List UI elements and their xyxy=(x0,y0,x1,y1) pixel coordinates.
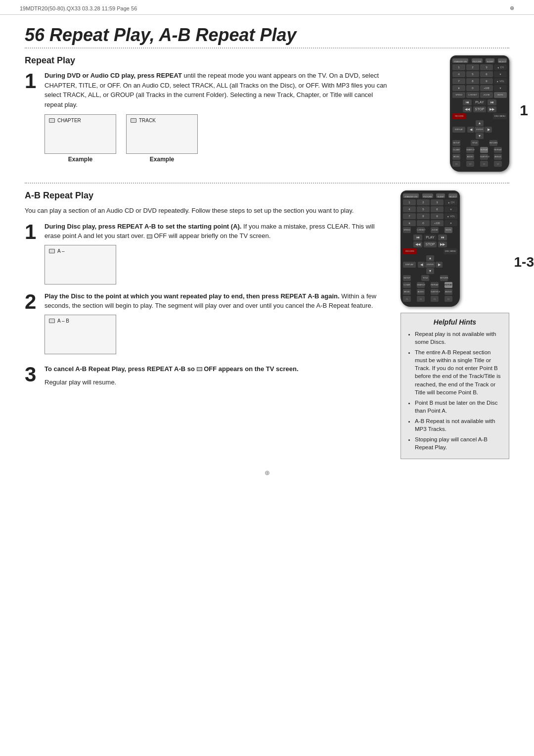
r2-btn-4[interactable]: 4 xyxy=(403,206,416,212)
btn-display[interactable]: DISPLAY xyxy=(452,127,465,133)
btn-setup[interactable]: SETUP xyxy=(452,140,460,146)
r2-btn-5[interactable]: 5 xyxy=(417,206,430,212)
btn-right[interactable]: ▶ xyxy=(485,127,492,133)
r2-btn-rev[interactable]: ◀◀ xyxy=(413,241,422,247)
r2-btn-speed[interactable]: SPEED xyxy=(403,227,411,233)
r2-btn-mute[interactable]: MUTE xyxy=(445,227,452,233)
r2-btn-b4[interactable]: □ xyxy=(445,296,452,302)
btn-1[interactable]: 1 xyxy=(452,64,465,70)
r2-btn-pause[interactable]: ⏸ xyxy=(403,220,416,226)
btn-vol-up[interactable]: ▲ VOL xyxy=(494,78,507,84)
r2-btn-setup[interactable]: SETUP xyxy=(403,275,411,281)
btn-8[interactable]: 8 xyxy=(466,78,479,84)
r2-btn-clear[interactable]: CLEAR xyxy=(403,282,411,288)
btn-return[interactable]: RETURN xyxy=(490,140,497,146)
r2-btn-8[interactable]: 8 xyxy=(417,213,430,219)
r2-btn-b2[interactable]: □ xyxy=(417,296,425,302)
btn-subtitle[interactable]: SUBTITLE xyxy=(480,154,488,160)
r2-btn-enter[interactable]: ENTER xyxy=(425,262,435,268)
r2-btn-6[interactable]: 6 xyxy=(431,206,444,212)
btn-zoom[interactable]: ZOOM xyxy=(480,92,493,98)
r2-btn-zoom[interactable]: ZOOM xyxy=(431,227,439,233)
btn-search-mode[interactable]: SEARCH MODE xyxy=(466,147,474,153)
r2-sleep-btn[interactable]: SLEEP xyxy=(436,193,445,198)
r2-btn-subtitle[interactable]: SUBTITLE xyxy=(431,289,439,295)
btn-2[interactable]: 2 xyxy=(466,64,479,70)
btn-3[interactable]: 3 xyxy=(480,64,493,70)
btn-ch-up[interactable]: ▲ CH xyxy=(494,64,507,70)
r2-btn-fwd[interactable]: ▶▶ xyxy=(438,241,447,247)
standby-btn[interactable]: STANDBY·ON xyxy=(452,58,468,63)
btn-6[interactable]: 6 xyxy=(480,71,493,77)
r2-btn-left[interactable]: ◀ xyxy=(418,262,425,268)
btn-5[interactable]: 5 xyxy=(466,71,479,77)
btn-speed[interactable]: SPEED xyxy=(452,92,465,98)
btn-angle[interactable]: ANGLE xyxy=(494,154,502,160)
r2-btn-repeat[interactable]: REPEAT xyxy=(431,282,439,288)
r2-btn-repeat-ab[interactable]: REPEAT A-B xyxy=(445,282,452,288)
r2-btn-2[interactable]: 2 xyxy=(417,199,430,205)
r2-standby-btn[interactable]: STANDBY·ON xyxy=(403,193,419,198)
r2-btn-next[interactable]: ⏭ xyxy=(438,235,447,240)
btn-b3[interactable]: □ xyxy=(480,161,488,167)
r2-select-btn[interactable]: SELECT xyxy=(448,193,457,198)
r2-picture-btn[interactable]: PICTURE xyxy=(422,193,433,198)
btn-up[interactable]: ▲ xyxy=(476,120,484,126)
btn-mode[interactable]: MODE xyxy=(452,154,460,160)
btn-0[interactable]: 0 xyxy=(466,85,479,91)
btn-4[interactable]: 4 xyxy=(452,71,465,77)
btn-vol-down[interactable]: ▼ xyxy=(494,85,507,91)
btn-repeat-ab[interactable]: REPEAT A-B xyxy=(494,147,502,153)
r2-btn-plus100[interactable]: +100 xyxy=(431,220,444,226)
btn-9[interactable]: 9 xyxy=(480,78,493,84)
r2-btn-b3[interactable]: □ xyxy=(431,296,439,302)
btn-creset[interactable]: C.RESET xyxy=(466,92,479,98)
btn-rev[interactable]: ◀◀ xyxy=(463,106,472,112)
r2-btn-title[interactable]: TITLE xyxy=(421,275,429,281)
r2-btn-vol-up[interactable]: ▲ VOL xyxy=(445,213,457,219)
r2-btn-7[interactable]: 7 xyxy=(403,213,416,219)
r2-btn-play[interactable]: PLAY xyxy=(424,235,437,240)
r2-btn-b1[interactable]: □ xyxy=(403,296,411,302)
btn-down[interactable]: ▼ xyxy=(476,133,484,139)
r2-btn-audio[interactable]: AUDIO xyxy=(417,289,425,295)
sleep-btn[interactable]: SLEEP xyxy=(486,58,494,63)
r2-btn-return[interactable]: RETURN xyxy=(440,275,448,281)
btn-stop[interactable]: STOP xyxy=(473,106,486,112)
r2-btn-creset[interactable]: C.RESET xyxy=(417,227,425,233)
btn-disc-menu[interactable]: DISC MENU xyxy=(493,113,507,119)
r2-btn-ch-up[interactable]: ▲ CH xyxy=(445,199,457,205)
btn-title[interactable]: TITLE xyxy=(471,140,479,146)
r2-btn-mode[interactable]: MODE xyxy=(403,289,411,295)
btn-clear[interactable]: CLEAR xyxy=(452,147,460,153)
r2-btn-0[interactable]: 0 xyxy=(417,220,430,226)
btn-b1[interactable]: □ xyxy=(452,161,460,167)
select-btn[interactable]: SELECT xyxy=(498,58,507,63)
btn-b2[interactable]: □ xyxy=(466,161,474,167)
btn-next[interactable]: ⏭ xyxy=(488,99,496,105)
r2-btn-up[interactable]: ▲ xyxy=(426,255,434,261)
r2-btn-3[interactable]: 3 xyxy=(431,199,444,205)
r2-btn-right[interactable]: ▶ xyxy=(436,262,443,268)
r2-btn-9[interactable]: 9 xyxy=(431,213,444,219)
btn-record[interactable]: RECORD xyxy=(452,113,466,119)
btn-plus100[interactable]: +100 xyxy=(480,85,493,91)
r2-btn-stop[interactable]: STOP xyxy=(424,241,437,247)
r2-btn-record[interactable]: RECORD xyxy=(403,248,417,254)
btn-audio[interactable]: AUDIO xyxy=(466,154,474,160)
r2-btn-ch-down[interactable]: ▼ xyxy=(445,206,457,212)
picture-btn[interactable]: PICTURE xyxy=(472,58,483,63)
r2-btn-1[interactable]: 1 xyxy=(403,199,416,205)
r2-btn-angle[interactable]: ANGLE xyxy=(445,289,452,295)
r2-btn-display[interactable]: DISPLAY xyxy=(403,262,416,268)
btn-play[interactable]: PLAY xyxy=(473,99,486,105)
r2-btn-down[interactable]: ▼ xyxy=(426,268,434,274)
btn-pause[interactable]: ⏸ xyxy=(452,85,465,91)
r2-btn-prev[interactable]: ⏮ xyxy=(413,235,422,240)
r2-btn-vol-down[interactable]: ▼ xyxy=(445,220,457,226)
btn-prev[interactable]: ⏮ xyxy=(463,99,472,105)
btn-fwd[interactable]: ▶▶ xyxy=(488,106,496,112)
btn-ch-down[interactable]: ▼ xyxy=(494,71,507,77)
btn-repeat[interactable]: REPEAT xyxy=(480,147,488,153)
btn-left[interactable]: ◀ xyxy=(467,127,474,133)
